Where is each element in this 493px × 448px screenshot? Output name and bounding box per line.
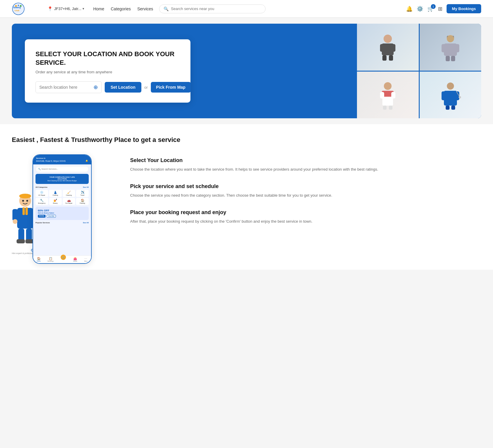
- search-bar[interactable]: 🔍: [159, 4, 266, 13]
- svg-text:towny: towny: [13, 6, 21, 9]
- phone-nav-cart[interactable]: 🛒: [61, 257, 66, 262]
- svg-rect-8: [380, 44, 384, 52]
- hero-section: SELECT YOUR LOCATION AND BOOK YOUR SERVI…: [12, 24, 481, 118]
- phone-cat-beauty-icon: 💅: [54, 199, 57, 202]
- cart-button[interactable]: 🛒 1: [427, 6, 434, 12]
- hero-subtitle: Order any service at any time from anywh…: [35, 70, 180, 74]
- svg-rect-11: [389, 55, 393, 61]
- search-icon: 🔍: [164, 7, 169, 11]
- phone-cat-painting-label: Painting: [80, 202, 85, 204]
- svg-point-35: [459, 96, 461, 98]
- phone-nav-bookings[interactable]: 📋 Bookings: [48, 257, 54, 262]
- feature-2-title: Place your booking request and enjoy: [130, 209, 481, 216]
- phone-cat-car-icon: 🚗: [67, 199, 71, 202]
- svg-rect-26: [383, 106, 387, 110]
- logo-icon: towny club: [12, 2, 25, 15]
- svg-text:club: club: [14, 9, 20, 12]
- my-bookings-button[interactable]: My Bookings: [447, 4, 481, 13]
- worker-svg-1: [376, 32, 400, 62]
- svg-rect-40: [25, 207, 28, 215]
- svg-rect-47: [17, 239, 25, 243]
- location-input-wrap[interactable]: ⊕: [35, 81, 102, 93]
- svg-point-37: [19, 194, 31, 198]
- worker-svg-4: [439, 80, 462, 110]
- settings-button[interactable]: ⚙️: [417, 6, 423, 12]
- svg-rect-18: [446, 56, 450, 61]
- set-location-button[interactable]: Set Location: [105, 82, 141, 93]
- phone-nav-home-icon: 🏠: [37, 257, 41, 260]
- features-title: Easiest , Fastest & Trusthworthy Place t…: [12, 136, 481, 144]
- pick-from-map-button[interactable]: Pick From Map: [151, 82, 191, 93]
- nav-icons: 🔔 ⚙️ 🛒 1 ⊞ My Bookings: [406, 4, 481, 13]
- phone-cat-emergency-icon: 🔧: [40, 199, 43, 202]
- svg-rect-39: [22, 207, 25, 215]
- phone-cat-ac-label: AC Repair: [38, 194, 45, 196]
- or-divider: or: [144, 85, 148, 90]
- nav-home[interactable]: Home: [93, 6, 104, 12]
- phone-cat-travel-icon: ✈️: [81, 191, 84, 194]
- svg-rect-17: [455, 44, 459, 52]
- phone-cat-travel-label: Travel: [80, 194, 85, 196]
- svg-point-49: [22, 200, 24, 202]
- phone-cat-cleaning-icon: 🧹: [67, 191, 71, 194]
- phone-nav-wallet[interactable]: 👛 Wallet: [73, 257, 77, 262]
- phone-location-text: 844/XAB, Road 9, Mirpur DOHS: [36, 160, 66, 162]
- worker-svg-3: [376, 80, 400, 110]
- svg-rect-23: [382, 97, 393, 106]
- svg-rect-32: [446, 106, 450, 110]
- features-content: On Demand Service Hire expert & professi…: [12, 154, 481, 264]
- svg-point-20: [384, 82, 392, 90]
- phone-cat-clothing[interactable]: 👗 Clothing: [49, 190, 62, 197]
- feature-item-0: Select Your Location Choose the location…: [130, 157, 481, 173]
- location-search-input[interactable]: [39, 85, 91, 90]
- hero-image-3: [357, 72, 419, 119]
- location-selector[interactable]: 📍 JF37+H6, Jatr... ▾: [47, 6, 84, 12]
- phone-cat-cleaning[interactable]: 🧹 Cleaning: [63, 190, 75, 197]
- phone-cat-painting[interactable]: 🏠 Painting: [76, 198, 89, 205]
- svg-point-4: [18, 5, 19, 6]
- locate-me-icon: ⊕: [93, 84, 98, 90]
- phone-cart-badge: 🛒: [61, 255, 66, 260]
- phone-nav-more-label: More: [84, 260, 88, 262]
- phone-cat-travel[interactable]: ✈️ Travel: [76, 190, 89, 197]
- phone-banner: YOUR COMPLETE DAILY LIFE SOLUTION Best C…: [35, 174, 89, 184]
- phone-cat-car-label: Car Repair: [65, 202, 72, 204]
- location-pin-icon: 📍: [47, 6, 53, 12]
- phone-cat-beauty[interactable]: 💅 Beauty: [49, 198, 62, 205]
- phone-cat-emergency[interactable]: 🔧 Emergency: [35, 198, 48, 205]
- worker-svg-2: [439, 32, 462, 62]
- phone-nav-more[interactable]: ⋯ More: [84, 257, 88, 262]
- notifications-button[interactable]: 🔔: [406, 6, 413, 12]
- phone-nav-wallet-icon: 👛: [73, 257, 77, 260]
- logo[interactable]: towny club: [12, 2, 41, 15]
- phone-cat-ac[interactable]: ❄️ AC Repair: [35, 190, 48, 197]
- cart-badge: 1: [431, 4, 436, 9]
- phone-mockup-area: On Demand Service Hire expert & professi…: [12, 154, 112, 264]
- nav-categories[interactable]: Categories: [111, 6, 131, 12]
- phone-cat-car[interactable]: 🚗 Car Repair: [63, 198, 75, 205]
- phone-popular-header: Popular Services See All: [33, 221, 91, 224]
- phone-cat-ac-icon: ❄️: [40, 191, 43, 194]
- svg-point-28: [447, 83, 454, 90]
- feature-1-title: Pick your service and set schedule: [130, 183, 481, 190]
- nav-services[interactable]: Services: [137, 6, 153, 12]
- phone-app-title: Services In: [36, 157, 88, 159]
- svg-rect-24: [380, 92, 384, 98]
- navbar: towny club 📍 JF37+H6, Jatr... ▾ Home Cat…: [0, 0, 493, 18]
- features-info: Select Your Location Choose the location…: [130, 154, 481, 235]
- hero-image-2: [420, 24, 481, 71]
- svg-point-3: [15, 5, 17, 7]
- svg-rect-19: [451, 56, 455, 61]
- hero-images: [357, 24, 481, 118]
- search-input[interactable]: [171, 7, 261, 11]
- phone-nav-home[interactable]: 🏠 Home: [37, 257, 41, 262]
- phone-categories-grid: ❄️ AC Repair 👗 Clothing 🧹 Cleaning ✈: [33, 189, 91, 206]
- svg-rect-10: [382, 55, 387, 61]
- grid-menu-button[interactable]: ⊞: [438, 6, 442, 12]
- phone-search[interactable]: 🔍 Search Services...: [35, 166, 89, 172]
- phone-cat-emergency-label: Emergency: [38, 202, 46, 204]
- phone-nav-home-label: Home: [37, 260, 41, 262]
- svg-rect-33: [451, 106, 455, 110]
- phone-promo-buttons: FACIAL SALONA: [38, 215, 86, 218]
- svg-point-6: [384, 35, 392, 43]
